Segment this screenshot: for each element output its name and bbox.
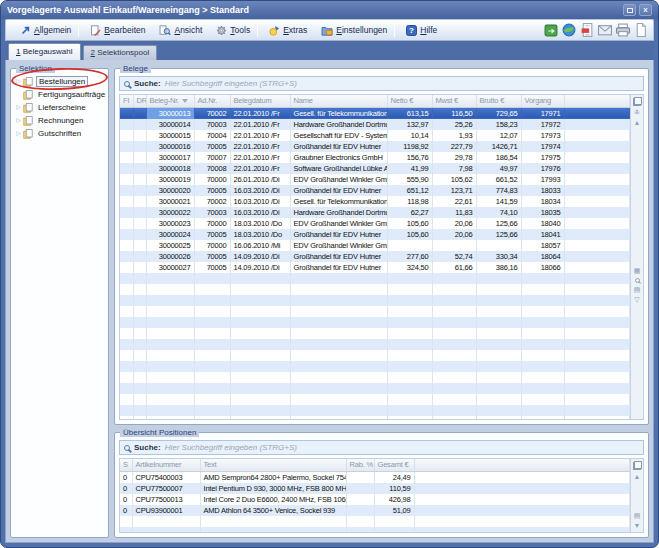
- cell[interactable]: [120, 163, 133, 174]
- col-header-dr[interactable]: DR: [133, 95, 146, 107]
- cell[interactable]: 70005: [194, 262, 230, 273]
- cell[interactable]: Hardware Großhandel Dortmund: [290, 207, 387, 218]
- cell[interactable]: [564, 119, 630, 130]
- cell[interactable]: 29,78: [432, 152, 476, 163]
- cell[interactable]: CPU77500007: [132, 483, 200, 494]
- cell[interactable]: 22.01.2010 /Fr: [230, 119, 290, 130]
- cell[interactable]: 70002: [194, 196, 230, 207]
- cell[interactable]: [564, 141, 630, 152]
- tree-item-rechnungen[interactable]: ▷ Rechnungen: [14, 114, 106, 127]
- cell[interactable]: 125,66: [476, 218, 521, 229]
- cell[interactable]: 30000018: [146, 163, 194, 174]
- table-row[interactable]: 300000167000522.01.2010 /FrGroßhandel fü…: [120, 141, 630, 152]
- cell[interactable]: 70005: [194, 229, 230, 240]
- cell[interactable]: 30000017: [146, 152, 194, 163]
- table-row[interactable]: 300000227000316.03.2010 /DiHardware Groß…: [120, 207, 630, 218]
- cell[interactable]: 30000023: [146, 218, 194, 229]
- cell[interactable]: 132,97: [387, 119, 432, 130]
- cell[interactable]: 41,99: [387, 163, 432, 174]
- cell[interactable]: 16.03.2010 /Di: [230, 207, 290, 218]
- pdf-document-icon[interactable]: [580, 23, 594, 37]
- cell[interactable]: 70000: [194, 240, 230, 251]
- cell[interactable]: [564, 218, 630, 229]
- cell[interactable]: 18040: [521, 218, 564, 229]
- cell[interactable]: [120, 196, 133, 207]
- cell[interactable]: 51,09: [374, 505, 414, 516]
- grid-menu-icon[interactable]: ▤: [632, 285, 643, 295]
- col-header-netto[interactable]: Netto €: [387, 95, 432, 107]
- table-row[interactable]: 300000177000722.01.2010 /FrGraubner Elec…: [120, 152, 630, 163]
- cell[interactable]: 70002: [194, 107, 230, 119]
- email-icon[interactable]: [598, 23, 612, 37]
- cell[interactable]: [346, 505, 374, 516]
- cell[interactable]: [414, 505, 630, 516]
- cell[interactable]: 18.03.2010 /Do: [230, 218, 290, 229]
- cell[interactable]: 386,16: [476, 262, 521, 273]
- cell[interactable]: 22.01.2010 /Fr: [230, 163, 290, 174]
- cell[interactable]: 7,98: [432, 163, 476, 174]
- col-header-belegdatum[interactable]: Belegdatum: [230, 95, 290, 107]
- restore-button[interactable]: [623, 4, 636, 16]
- col-header-fi[interactable]: FI: [120, 95, 133, 107]
- cell[interactable]: Gesell. für Telekommunikation: [290, 107, 387, 119]
- menu-tools[interactable]: Tools: [207, 23, 255, 38]
- cell[interactable]: 116,50: [432, 107, 476, 119]
- cell[interactable]: [564, 240, 630, 251]
- cell[interactable]: 30000020: [146, 185, 194, 196]
- tree-item-fertigungsauftraege[interactable]: Fertigungsaufträge: [14, 88, 106, 101]
- cell[interactable]: [133, 218, 146, 229]
- cell[interactable]: 123,71: [432, 185, 476, 196]
- cell[interactable]: 62,27: [387, 207, 432, 218]
- cell[interactable]: Intel Pentium D 930, 3000 MHz, FSB 800 M…: [200, 483, 346, 494]
- expander-icon[interactable]: ▷: [14, 127, 23, 140]
- cell[interactable]: 110,59: [374, 483, 414, 494]
- cell[interactable]: [120, 174, 133, 185]
- cell[interactable]: [564, 196, 630, 207]
- expander-icon[interactable]: ▷: [14, 114, 23, 127]
- cell[interactable]: [120, 240, 133, 251]
- grid-search-icon[interactable]: [635, 278, 640, 283]
- cell[interactable]: Gesellschaft für EDV - Systeme: [290, 130, 387, 141]
- print-icon[interactable]: [616, 23, 630, 37]
- cell[interactable]: 30000016: [146, 141, 194, 152]
- cell[interactable]: Gesell. für Telekommunikation: [290, 196, 387, 207]
- cell[interactable]: [120, 229, 133, 240]
- cell[interactable]: 22,61: [432, 196, 476, 207]
- cell[interactable]: [133, 185, 146, 196]
- expander-icon[interactable]: ▷: [14, 101, 23, 114]
- cell[interactable]: 18.03.2010 /Do: [230, 229, 290, 240]
- cell[interactable]: 651,12: [387, 185, 432, 196]
- cell[interactable]: 11,83: [432, 207, 476, 218]
- cell[interactable]: 17973: [521, 130, 564, 141]
- cell[interactable]: [564, 107, 630, 119]
- cell[interactable]: 186,54: [476, 152, 521, 163]
- cell[interactable]: 10,14: [387, 130, 432, 141]
- cell[interactable]: 20,06: [432, 229, 476, 240]
- cell[interactable]: 16.06.2010 /Mi: [230, 240, 290, 251]
- cell[interactable]: CPU75400003: [132, 471, 200, 483]
- cell[interactable]: 25,26: [432, 119, 476, 130]
- cell[interactable]: 0: [120, 483, 132, 494]
- cell[interactable]: 774,83: [476, 185, 521, 196]
- cell[interactable]: [133, 163, 146, 174]
- cell[interactable]: 14.09.2010 /Di: [230, 262, 290, 273]
- cell[interactable]: [564, 130, 630, 141]
- cell[interactable]: 330,34: [476, 251, 521, 262]
- filter-icon[interactable]: ▽: [632, 295, 643, 305]
- cell[interactable]: [564, 152, 630, 163]
- cell[interactable]: 17975: [521, 152, 564, 163]
- cell[interactable]: 24,49: [374, 471, 414, 483]
- cell[interactable]: 30000022: [146, 207, 194, 218]
- cell[interactable]: 74,10: [476, 207, 521, 218]
- cell[interactable]: 661,52: [476, 174, 521, 185]
- cell[interactable]: 70000: [194, 218, 230, 229]
- table-row[interactable]: 300000157000422.01.2010 /FrGesellschaft …: [120, 130, 630, 141]
- cell[interactable]: 30000027: [146, 262, 194, 273]
- cell[interactable]: [133, 251, 146, 262]
- table-row[interactable]: 300000187000822.01.2010 /FrSoftware Groß…: [120, 163, 630, 174]
- cell[interactable]: [120, 262, 133, 273]
- col-header-rab[interactable]: Rab. %: [346, 459, 374, 471]
- table-row[interactable]: 300000237000018.03.2010 /DoEDV Großhande…: [120, 218, 630, 229]
- cell[interactable]: CPU77500013: [132, 494, 200, 505]
- cell[interactable]: [133, 262, 146, 273]
